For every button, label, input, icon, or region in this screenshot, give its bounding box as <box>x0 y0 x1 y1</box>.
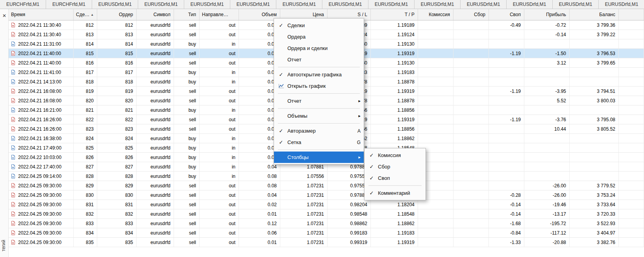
chart-tab[interactable]: EURUSDrfd,M1 <box>184 0 230 9</box>
cell-fee <box>453 105 489 115</box>
chart-tab[interactable]: EURUSDrfd,M1 <box>322 0 368 9</box>
chart-tab[interactable]: EURUSDrfd,M1 <box>461 0 507 9</box>
column-header-commission[interactable]: Комиссия <box>418 9 453 20</box>
column-header-deal[interactable]: Сде…▲ <box>74 9 97 20</box>
cell-tail <box>619 209 644 218</box>
cell-deal: 834 <box>74 228 97 237</box>
chart-tab[interactable]: EURUSDrfd,M1 <box>599 0 644 9</box>
cell-tail <box>619 39 644 48</box>
panel-vertical-caption[interactable]: тегий <box>1 240 6 251</box>
chart-tab[interactable]: EURCHFrfd,M1 <box>0 0 46 9</box>
chart-tab[interactable]: EURUSDrfd,M1 <box>138 0 184 9</box>
deal-time: 2022.04.21 16:38:00 <box>18 136 61 141</box>
menu-item-columns[interactable]: Столбцы▸ <box>274 152 364 163</box>
sell-deal-icon <box>11 32 16 37</box>
cell-balance <box>570 68 619 77</box>
menu-item-open-chart[interactable]: Открыть график <box>274 80 364 92</box>
deal-row[interactable]: 2022.04.25 09:30:00832832eurusdrfdsellou… <box>9 209 644 219</box>
deal-row[interactable]: 2022.04.25 09:30:00830830eurusdrfdsellou… <box>9 190 644 200</box>
menu-item-orders-and-deals[interactable]: Ордера и сделки <box>274 43 364 54</box>
cell-balance: 3 805.52 <box>570 124 619 133</box>
menu-item-volumes[interactable]: Объемы▸ <box>274 110 364 122</box>
menu-item-auto-open-chart[interactable]: ✓Автооткрытие графика <box>274 69 364 80</box>
cell-time: 2022.04.21 14:13:00 <box>9 77 74 86</box>
chart-tab[interactable]: EURUSDrfd,M1 <box>553 0 599 9</box>
column-header-fee[interactable]: Сбор <box>453 9 489 20</box>
menu-item-deals[interactable]: ✓Сделки <box>274 20 364 31</box>
cell-commission <box>418 96 453 105</box>
deal-time: 2022.04.21 11:31:00 <box>18 41 61 47</box>
cell-deal: 816 <box>74 58 97 67</box>
cell-deal: 829 <box>74 181 97 190</box>
cell-tail <box>619 124 644 133</box>
column-header-balance[interactable]: Баланс <box>570 9 619 20</box>
cell-direction: in <box>200 143 239 152</box>
cell-tail <box>619 115 644 124</box>
cell-symbol: eurusdrfd <box>137 105 174 115</box>
cell-tp: 1.19319 <box>371 87 418 96</box>
column-header-profit[interactable]: Прибыль <box>524 9 570 20</box>
cell-order: 826 <box>97 153 137 162</box>
menu-item-report[interactable]: Отчет <box>274 54 364 65</box>
column-header-order[interactable]: Ордер <box>97 9 137 20</box>
menu-item-swap[interactable]: ✓Своп <box>365 172 426 184</box>
chart-tab[interactable]: EURUSDrfd,M1 <box>368 0 415 9</box>
cell-tail <box>619 96 644 105</box>
deal-row[interactable]: 2022.04.25 09:30:00834834eurusdrfdsellou… <box>9 228 644 238</box>
deal-time: 2022.04.25 09:30:00 <box>18 221 61 226</box>
menu-item-orders[interactable]: Ордера <box>274 31 364 43</box>
column-header-tp[interactable]: T / P <box>371 9 418 20</box>
deal-row[interactable]: 2022.04.25 09:30:00835835eurusdrfdsellou… <box>9 238 644 247</box>
chart-tab[interactable]: EURCHFrfd,M1 <box>46 0 92 9</box>
cell-tail <box>619 87 644 96</box>
cell-tail <box>619 77 644 86</box>
menu-item-label: Сделки <box>286 22 353 28</box>
chart-tab[interactable]: EURUSDrfd,M1 <box>92 0 138 9</box>
chart-tab[interactable]: EURUSDrfd,M1 <box>230 0 276 9</box>
cell-symbol: eurusdrfd <box>137 20 174 30</box>
cell-profit: 3.12 <box>524 58 570 67</box>
cell-commission <box>418 219 453 228</box>
column-header-tail[interactable] <box>619 9 644 20</box>
close-panel-button[interactable]: ✕ <box>0 11 9 20</box>
menu-item-report-submenu[interactable]: Отчет▸ <box>274 95 364 107</box>
sell-deal-icon <box>11 126 16 131</box>
cell-balance: 3 382.76 <box>570 238 619 247</box>
cell-profit: -1.50 <box>524 49 570 58</box>
deal-row[interactable]: 2022.04.25 09:30:00831831eurusdrfdsellou… <box>9 200 644 209</box>
menu-item-grid[interactable]: ✓СеткаG <box>274 137 364 148</box>
cell-balance: 3 779.52 <box>570 181 619 190</box>
cell-volume: 0.02 <box>239 200 280 209</box>
chart-tab[interactable]: EURUSDrfd,M1 <box>276 0 322 9</box>
cell-balance: 3 522.93 <box>570 219 619 228</box>
cell-balance: 3 404.97 <box>570 228 619 237</box>
column-header-type[interactable]: Тип <box>174 9 200 20</box>
menu-item-comment[interactable]: ✓Комментарий <box>365 187 426 199</box>
column-header-time[interactable]: Время <box>9 9 74 20</box>
cell-symbol: eurusdrfd <box>137 209 174 218</box>
menu-item-commission[interactable]: ✓Комиссия <box>365 150 426 161</box>
column-header-direction[interactable]: Направле… <box>200 9 239 20</box>
cell-time: 2022.04.21 11:40:00 <box>9 49 74 58</box>
cell-symbol: eurusdrfd <box>137 153 174 162</box>
deal-row[interactable]: 2022.04.25 09:30:00833833eurusdrfdsellou… <box>9 219 644 228</box>
deal-row[interactable]: 2022.04.25 09:30:00829829eurusdrfdsellou… <box>9 181 644 190</box>
cell-type: sell <box>174 58 200 67</box>
cell-direction: in <box>200 162 239 171</box>
chart-tab[interactable]: EURUSDrfd,M1 <box>507 0 553 9</box>
deal-row[interactable]: 2022.04.25 09:14:00828828eurusdrfdbuyin0… <box>9 172 644 181</box>
column-header-symbol[interactable]: Символ <box>137 9 174 20</box>
cell-price: 1.07231 <box>280 219 328 228</box>
cell-type: sell <box>174 181 200 190</box>
cell-volume: 0.08 <box>239 172 280 181</box>
menu-item-autosize[interactable]: ✓АвторазмерA <box>274 125 364 137</box>
cell-profit <box>524 77 570 86</box>
check-icon: ✓ <box>367 190 376 196</box>
cell-type: buy <box>174 153 200 162</box>
cell-symbol: eurusdrfd <box>137 228 174 237</box>
cell-time: 2022.04.25 09:30:00 <box>9 228 74 237</box>
cell-type: sell <box>174 219 200 228</box>
column-header-swap[interactable]: Своп <box>489 9 524 20</box>
chart-tab[interactable]: EURUSDrfd,M1 <box>415 0 461 9</box>
menu-item-fee[interactable]: ✓Сбор <box>365 161 426 172</box>
